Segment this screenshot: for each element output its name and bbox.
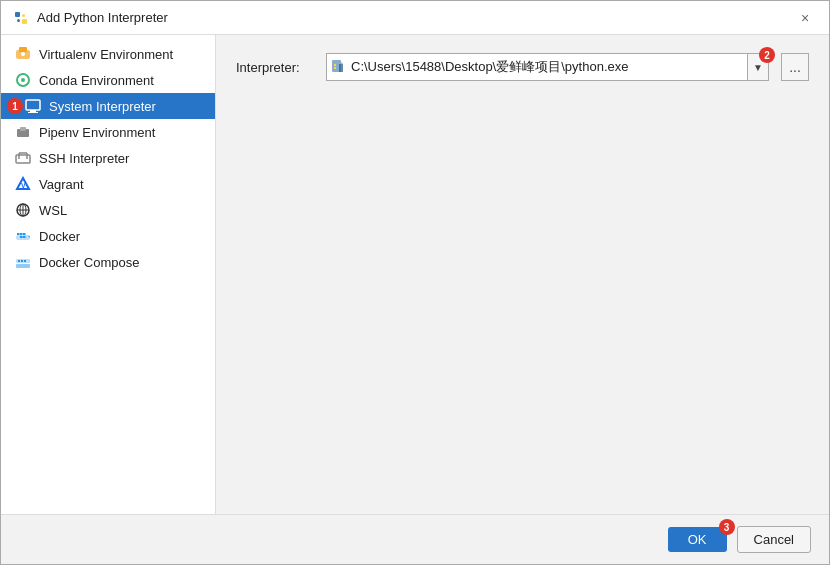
svg-rect-11 <box>28 112 38 113</box>
python-file-icon <box>331 60 345 74</box>
svg-point-38 <box>334 64 336 66</box>
svg-point-6 <box>21 52 25 56</box>
svg-rect-32 <box>18 260 20 262</box>
interpreter-input[interactable]: C:\Users\15488\Desktop\爱鲜峰项目\python.exe <box>326 53 747 81</box>
sidebar-item-virtualenv-label: Virtualenv Environment <box>39 47 173 62</box>
sidebar-item-virtualenv[interactable]: Virtualenv Environment <box>1 41 215 67</box>
svg-rect-25 <box>17 233 20 235</box>
svg-rect-34 <box>24 260 26 262</box>
svg-point-2 <box>17 19 20 22</box>
svg-text:V: V <box>21 182 26 189</box>
ok-label: OK <box>688 532 707 547</box>
sidebar-item-vagrant-label: Vagrant <box>39 177 84 192</box>
cancel-button[interactable]: Cancel <box>737 526 811 553</box>
interpreter-label: Interpreter: <box>236 60 316 75</box>
docker-icon <box>15 228 31 244</box>
svg-rect-14 <box>16 155 30 163</box>
badge-3: 3 <box>719 519 735 535</box>
sidebar-item-vagrant[interactable]: V Vagrant <box>1 171 215 197</box>
svg-rect-5 <box>19 47 27 52</box>
cancel-label: Cancel <box>754 532 794 547</box>
svg-rect-10 <box>30 110 36 112</box>
add-python-interpreter-dialog: Add Python Interpreter × Virtualenv Envi… <box>0 0 830 565</box>
title-bar: Add Python Interpreter × <box>1 1 829 35</box>
svg-rect-31 <box>16 264 30 268</box>
svg-rect-1 <box>22 19 27 24</box>
sidebar-item-dockercompose-label: Docker Compose <box>39 255 139 270</box>
badge-2: 2 <box>759 47 775 63</box>
svg-point-8 <box>21 78 25 82</box>
svg-rect-27 <box>23 233 26 235</box>
badge-1: 1 <box>7 98 23 114</box>
sidebar: Virtualenv Environment Conda Environment… <box>1 35 216 514</box>
system-icon <box>25 98 41 114</box>
ok-button[interactable]: OK 3 <box>668 527 727 552</box>
svg-rect-0 <box>15 12 20 17</box>
sidebar-item-ssh[interactable]: SSH Interpreter <box>1 145 215 171</box>
sidebar-item-conda-label: Conda Environment <box>39 73 154 88</box>
svg-point-3 <box>22 14 25 17</box>
svg-rect-26 <box>20 233 23 235</box>
sidebar-item-conda[interactable]: Conda Environment <box>1 67 215 93</box>
dockercompose-icon <box>15 254 31 270</box>
vagrant-icon: V <box>15 176 31 192</box>
sidebar-item-ssh-label: SSH Interpreter <box>39 151 129 166</box>
sidebar-item-system[interactable]: 1 System Interpreter <box>1 93 215 119</box>
interpreter-browse-button[interactable]: ... <box>781 53 809 81</box>
interpreter-dropdown-button[interactable]: ▼ 2 <box>747 53 769 81</box>
sidebar-item-pipenv[interactable]: Pipenv Environment <box>1 119 215 145</box>
interpreter-input-wrap: C:\Users\15488\Desktop\爱鲜峰项目\python.exe … <box>326 53 769 81</box>
virtualenv-icon <box>15 46 31 62</box>
ssh-icon <box>15 150 31 166</box>
main-content: Interpreter: C:\Users\15488\Desktop\爱鲜峰项… <box>216 35 829 514</box>
close-button[interactable]: × <box>793 6 817 30</box>
pipenv-icon <box>15 124 31 140</box>
sidebar-item-wsl-label: WSL <box>39 203 67 218</box>
svg-rect-33 <box>21 260 23 262</box>
svg-rect-28 <box>20 236 23 238</box>
title-bar-left: Add Python Interpreter <box>13 10 168 26</box>
interpreter-row: Interpreter: C:\Users\15488\Desktop\爱鲜峰项… <box>236 53 809 81</box>
dialog-body: Virtualenv Environment Conda Environment… <box>1 35 829 514</box>
sidebar-item-docker-label: Docker <box>39 229 80 244</box>
sidebar-item-pipenv-label: Pipenv Environment <box>39 125 155 140</box>
conda-icon <box>15 72 31 88</box>
wsl-icon <box>15 202 31 218</box>
dialog-title: Add Python Interpreter <box>37 10 168 25</box>
svg-rect-9 <box>26 100 40 110</box>
browse-dots: ... <box>789 59 801 75</box>
svg-rect-13 <box>20 127 26 131</box>
dialog-icon <box>13 10 29 26</box>
sidebar-item-wsl[interactable]: WSL <box>1 197 215 223</box>
svg-point-39 <box>334 67 336 69</box>
sidebar-item-system-label: System Interpreter <box>49 99 156 114</box>
sidebar-item-docker[interactable]: Docker <box>1 223 215 249</box>
dialog-footer: OK 3 Cancel <box>1 514 829 564</box>
svg-rect-29 <box>23 236 26 238</box>
sidebar-item-dockercompose[interactable]: Docker Compose <box>1 249 215 275</box>
